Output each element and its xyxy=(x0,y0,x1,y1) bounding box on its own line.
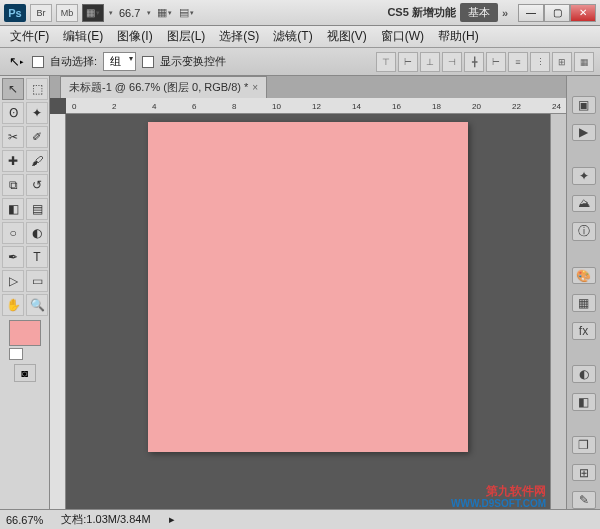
distribute-3-icon[interactable]: ⊞ xyxy=(552,52,572,72)
paths-panel-icon[interactable]: ✎ xyxy=(572,491,596,509)
color-swatches: ◙ xyxy=(2,320,47,382)
history-panel-icon[interactable]: ▣ xyxy=(572,96,596,114)
color-panel-icon[interactable]: 🎨 xyxy=(572,267,596,285)
ruler-tick: 14 xyxy=(352,102,361,111)
arrange-docs-button[interactable]: ▤▾ xyxy=(177,4,195,22)
channels-panel-icon[interactable]: ⊞ xyxy=(572,464,596,482)
move-tool-icon[interactable]: ↖▸ xyxy=(6,52,26,72)
move-tool[interactable]: ↖ xyxy=(2,78,24,100)
canvas-background[interactable]: 第九软件网 WWW.D9SOFT.COM xyxy=(66,114,550,509)
right-dock: ▣ ▶ ✦ ⛰ ⓘ 🎨 ▦ fx ◐ ◧ ❐ ⊞ ✎ xyxy=(566,76,600,509)
auto-select-target-select[interactable]: 组 xyxy=(103,52,136,71)
dropdown-arrow-icon[interactable]: ▾ xyxy=(147,9,151,17)
show-transform-label: 显示变换控件 xyxy=(160,54,226,69)
history-brush-tool[interactable]: ↺ xyxy=(26,174,48,196)
ruler-tick: 16 xyxy=(392,102,401,111)
align-top-icon[interactable]: ⊤ xyxy=(376,52,396,72)
document-tab[interactable]: 未标题-1 @ 66.7% (图层 0, RGB/8) * × xyxy=(60,76,267,98)
swatches-panel-icon[interactable]: ▦ xyxy=(572,294,596,312)
workspace-selector[interactable]: 基本 xyxy=(460,3,498,22)
menu-image[interactable]: 图像(I) xyxy=(111,26,158,47)
close-tab-icon[interactable]: × xyxy=(252,82,258,93)
type-tool[interactable]: T xyxy=(26,246,48,268)
menu-layer[interactable]: 图层(L) xyxy=(161,26,212,47)
info-panel-icon[interactable]: ⓘ xyxy=(572,222,596,241)
canvas-wrapper: 第九软件网 WWW.D9SOFT.COM xyxy=(50,114,566,509)
ruler-tick: 10 xyxy=(272,102,281,111)
distribute-h-icon[interactable]: ≡ xyxy=(508,52,528,72)
zoom-tool[interactable]: 🔍 xyxy=(26,294,48,316)
document-area: 未标题-1 @ 66.7% (图层 0, RGB/8) * × 0 2 4 6 … xyxy=(50,76,566,509)
maximize-button[interactable]: ▢ xyxy=(544,4,570,22)
dodge-tool[interactable]: ◐ xyxy=(26,222,48,244)
vertical-ruler[interactable] xyxy=(50,114,66,509)
status-doc-info[interactable]: 文档:1.03M/3.84M xyxy=(61,512,150,527)
menu-view[interactable]: 视图(V) xyxy=(321,26,373,47)
eyedropper-tool[interactable]: ✐ xyxy=(26,126,48,148)
wand-tool[interactable]: ✦ xyxy=(26,102,48,124)
horizontal-ruler[interactable]: 0 2 4 6 8 10 12 14 16 18 20 22 24 xyxy=(66,98,566,114)
navigator-panel-icon[interactable]: ✦ xyxy=(572,167,596,185)
canvas[interactable] xyxy=(148,122,468,452)
status-menu-arrow-icon[interactable]: ▸ xyxy=(169,513,175,526)
close-button[interactable]: ✕ xyxy=(570,4,596,22)
blur-tool[interactable]: ○ xyxy=(2,222,24,244)
menu-window[interactable]: 窗口(W) xyxy=(375,26,430,47)
heal-tool[interactable]: ✚ xyxy=(2,150,24,172)
cs5-features-label[interactable]: CS5 新增功能 xyxy=(387,5,455,20)
document-tabs: 未标题-1 @ 66.7% (图层 0, RGB/8) * × xyxy=(50,76,566,98)
masks-panel-icon[interactable]: ◧ xyxy=(572,393,596,411)
ruler-tick: 18 xyxy=(432,102,441,111)
align-left-icon[interactable]: ⊣ xyxy=(442,52,462,72)
expand-workspaces-icon[interactable]: » xyxy=(502,7,508,19)
distribute-v-icon[interactable]: ⋮ xyxy=(530,52,550,72)
styles-panel-icon[interactable]: fx xyxy=(572,322,596,340)
gradient-tool[interactable]: ▤ xyxy=(26,198,48,220)
shape-tool[interactable]: ▭ xyxy=(26,270,48,292)
toolbox: ↖ ⬚ ʘ ✦ ✂ ✐ ✚ 🖌 ⧉ ↺ ◧ ▤ ○ ◐ ✒ T ▷ ▭ ✋ 🔍 … xyxy=(0,76,50,509)
zoom-level-field[interactable]: 66.7 xyxy=(117,7,142,19)
status-zoom[interactable]: 66.67% xyxy=(6,514,43,526)
menu-filter[interactable]: 滤镜(T) xyxy=(267,26,318,47)
screen-mode-button[interactable]: ▦▾ xyxy=(82,4,104,22)
align-right-icon[interactable]: ⊢ xyxy=(486,52,506,72)
menu-edit[interactable]: 编辑(E) xyxy=(57,26,109,47)
show-transform-checkbox[interactable] xyxy=(142,56,154,68)
brush-tool[interactable]: 🖌 xyxy=(26,150,48,172)
bridge-button[interactable]: Br xyxy=(30,4,52,22)
dropdown-arrow-icon: ▾ xyxy=(109,9,113,17)
crop-tool[interactable]: ✂ xyxy=(2,126,24,148)
menu-file[interactable]: 文件(F) xyxy=(4,26,55,47)
auto-align-icon[interactable]: ▦ xyxy=(574,52,594,72)
path-select-tool[interactable]: ▷ xyxy=(2,270,24,292)
options-bar: ↖▸ 自动选择: 组 显示变换控件 ⊤ ⊢ ⊥ ⊣ ╋ ⊢ ≡ ⋮ ⊞ ▦ xyxy=(0,48,600,76)
align-bottom-icon[interactable]: ⊥ xyxy=(420,52,440,72)
pen-tool[interactable]: ✒ xyxy=(2,246,24,268)
foreground-color-swatch[interactable] xyxy=(9,320,41,346)
background-color-swatch[interactable] xyxy=(9,348,23,360)
minibridge-button[interactable]: Mb xyxy=(56,4,78,22)
align-vcenter-icon[interactable]: ⊢ xyxy=(398,52,418,72)
ruler-tick: 4 xyxy=(152,102,156,111)
window-controls: — ▢ ✕ xyxy=(518,4,596,22)
watermark: 第九软件网 WWW.D9SOFT.COM xyxy=(451,485,546,509)
ruler-tick: 6 xyxy=(192,102,196,111)
lasso-tool[interactable]: ʘ xyxy=(2,102,24,124)
actions-panel-icon[interactable]: ▶ xyxy=(572,124,596,142)
hand-tool[interactable]: ✋ xyxy=(2,294,24,316)
view-extras-button[interactable]: ▦▾ xyxy=(155,4,173,22)
layers-panel-icon[interactable]: ❐ xyxy=(572,436,596,454)
adjustments-panel-icon[interactable]: ◐ xyxy=(572,365,596,383)
stamp-tool[interactable]: ⧉ xyxy=(2,174,24,196)
menu-help[interactable]: 帮助(H) xyxy=(432,26,485,47)
auto-select-checkbox[interactable] xyxy=(32,56,44,68)
minimize-button[interactable]: — xyxy=(518,4,544,22)
menu-select[interactable]: 选择(S) xyxy=(213,26,265,47)
title-bar: Ps Br Mb ▦▾ ▾ 66.7 ▾ ▦▾ ▤▾ CS5 新增功能 基本 »… xyxy=(0,0,600,26)
align-hcenter-icon[interactable]: ╋ xyxy=(464,52,484,72)
quick-mask-button[interactable]: ◙ xyxy=(14,364,36,382)
marquee-tool[interactable]: ⬚ xyxy=(26,78,48,100)
vertical-scrollbar[interactable] xyxy=(550,114,566,509)
histogram-panel-icon[interactable]: ⛰ xyxy=(572,195,596,213)
eraser-tool[interactable]: ◧ xyxy=(2,198,24,220)
